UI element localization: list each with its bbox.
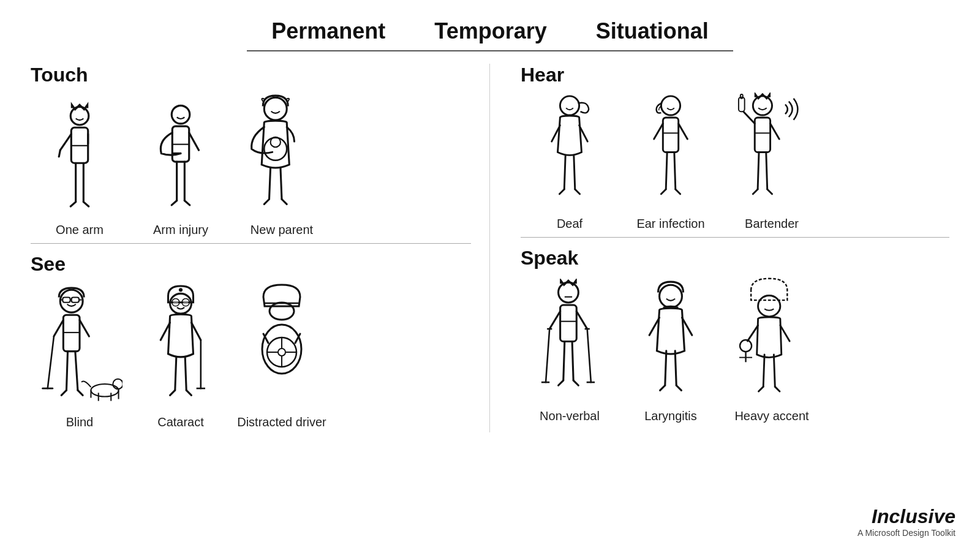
svg-line-124 — [660, 385, 665, 390]
svg-rect-93 — [755, 118, 770, 153]
header-permanent: Permanent — [247, 18, 410, 51]
svg-line-47 — [78, 390, 83, 395]
svg-line-88 — [666, 153, 667, 189]
distracted-driver-label: Distracted driver — [237, 415, 326, 429]
svg-point-92 — [753, 96, 772, 115]
svg-line-132 — [763, 355, 764, 387]
ear-infection-icon — [634, 92, 707, 212]
svg-line-134 — [758, 386, 763, 391]
see-category: See — [31, 253, 471, 432]
header-temporary: Temporary — [410, 18, 571, 51]
speak-title: Speak — [521, 247, 949, 269]
figure-blind: Blind — [31, 285, 129, 429]
touch-figures: One arm — [31, 92, 471, 240]
figure-laryngitis: Laryngitis — [622, 279, 720, 423]
cataract-label: Cataract — [157, 415, 204, 429]
svg-line-46 — [61, 390, 66, 395]
svg-line-99 — [758, 153, 759, 189]
svg-line-44 — [66, 352, 67, 391]
branding-subtitle: A Microsoft Design Toolkit — [858, 528, 956, 538]
svg-line-9 — [83, 202, 88, 206]
deaf-icon — [533, 92, 606, 212]
svg-point-21 — [271, 137, 281, 147]
svg-line-125 — [676, 385, 681, 390]
svg-line-80 — [574, 155, 575, 189]
svg-line-18 — [184, 201, 189, 205]
svg-line-81 — [559, 189, 564, 194]
ear-infection-label: Ear infection — [636, 217, 704, 231]
svg-line-4 — [59, 150, 60, 157]
svg-line-14 — [189, 133, 199, 150]
figure-one-arm: One arm — [31, 102, 129, 237]
laryngitis-label: Laryngitis — [644, 409, 697, 423]
svg-rect-32 — [63, 315, 80, 351]
svg-point-66 — [270, 303, 294, 320]
svg-line-116 — [572, 342, 573, 381]
svg-point-83 — [661, 96, 680, 115]
svg-line-122 — [665, 351, 666, 385]
svg-line-63 — [170, 390, 175, 395]
speak-figures: Non-verbal — [521, 276, 949, 426]
svg-line-24 — [264, 199, 269, 204]
svg-point-0 — [70, 107, 89, 125]
svg-rect-28 — [72, 298, 79, 303]
see-figures: Blind — [31, 282, 471, 432]
svg-line-22 — [270, 168, 271, 199]
figure-bartender: Bartender — [723, 92, 821, 231]
bartender-icon — [728, 92, 816, 212]
blind-icon — [37, 285, 123, 410]
svg-line-64 — [186, 390, 191, 395]
hear-title: Hear — [521, 64, 949, 86]
touch-title: Touch — [31, 64, 471, 86]
figure-distracted-driver: Distracted driver — [233, 282, 331, 429]
svg-point-76 — [560, 96, 579, 115]
svg-line-82 — [575, 189, 580, 194]
svg-line-36 — [48, 336, 54, 388]
svg-point-69 — [278, 348, 285, 356]
svg-line-102 — [767, 189, 772, 194]
svg-line-127 — [747, 325, 758, 341]
svg-point-38 — [91, 384, 118, 397]
see-title: See — [31, 253, 471, 276]
laryngitis-icon — [634, 279, 707, 404]
svg-line-98 — [770, 124, 779, 139]
figure-deaf: Deaf — [521, 92, 619, 231]
svg-line-86 — [654, 124, 663, 139]
svg-line-135 — [775, 386, 780, 391]
svg-line-89 — [674, 153, 676, 189]
svg-point-103 — [559, 282, 579, 303]
svg-line-34 — [54, 320, 63, 336]
bartender-label: Bartender — [745, 217, 799, 231]
svg-point-20 — [264, 138, 287, 160]
blind-label: Blind — [66, 415, 93, 429]
arm-injury-icon — [144, 102, 217, 218]
cataract-icon — [144, 285, 217, 410]
svg-line-118 — [573, 380, 578, 385]
touch-see-divider — [31, 243, 471, 244]
svg-point-126 — [758, 295, 780, 316]
svg-line-61 — [175, 357, 176, 390]
svg-point-128 — [740, 340, 752, 352]
non-verbal-label: Non-verbal — [540, 409, 600, 423]
new-parent-label: New parent — [251, 223, 313, 237]
figure-new-parent: New parent — [233, 92, 331, 237]
svg-rect-27 — [62, 298, 70, 303]
svg-point-49 — [170, 293, 192, 314]
svg-line-100 — [766, 153, 767, 189]
touch-category: Touch — [31, 64, 471, 240]
svg-line-115 — [564, 342, 565, 381]
svg-line-23 — [281, 168, 282, 199]
svg-line-87 — [679, 124, 688, 139]
hear-figures: Deaf — [521, 92, 949, 234]
hear-speak-divider — [521, 237, 949, 238]
new-parent-icon — [242, 92, 322, 218]
svg-line-62 — [185, 357, 186, 390]
svg-line-79 — [564, 155, 565, 189]
svg-line-95 — [743, 111, 755, 124]
hear-category: Hear — [521, 64, 949, 234]
svg-point-53 — [183, 300, 188, 305]
svg-point-52 — [173, 300, 178, 305]
svg-point-19 — [264, 97, 287, 120]
svg-point-119 — [660, 285, 682, 307]
svg-line-45 — [75, 352, 78, 391]
